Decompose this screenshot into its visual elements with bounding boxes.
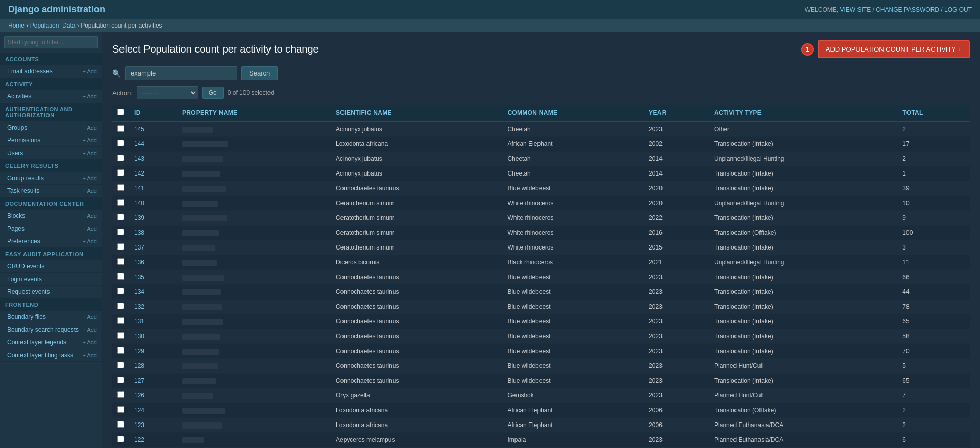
- view-site-link[interactable]: VIEW SITE: [840, 6, 871, 13]
- row-checkbox[interactable]: [117, 199, 124, 206]
- breadcrumb-home[interactable]: Home: [8, 22, 24, 29]
- sidebar-item-link[interactable]: Context layer legends: [7, 339, 66, 346]
- scientific-name: Ceratotherium simum: [331, 240, 502, 255]
- row-id-link[interactable]: 139: [134, 214, 144, 221]
- sidebar-item-link[interactable]: Groups: [7, 124, 27, 131]
- activity-type: Translocation (Intake): [709, 314, 897, 329]
- row-checkbox[interactable]: [117, 421, 124, 428]
- row-checkbox[interactable]: [117, 169, 124, 176]
- row-checkbox[interactable]: [117, 303, 124, 309]
- row-checkbox[interactable]: [117, 243, 124, 250]
- sidebar-item-link[interactable]: Blocks: [7, 212, 25, 219]
- row-checkbox[interactable]: [117, 125, 124, 132]
- sidebar-filter-input[interactable]: [4, 36, 98, 48]
- sidebar-add-link[interactable]: + Add: [83, 93, 97, 99]
- row-id-link[interactable]: 136: [134, 259, 144, 266]
- row-checkbox[interactable]: [117, 214, 124, 220]
- sidebar-item-link[interactable]: Group results: [7, 175, 44, 182]
- sidebar-item-link[interactable]: Request events: [7, 288, 50, 295]
- row-checkbox[interactable]: [117, 362, 124, 368]
- common-name: Blue wildebeest: [502, 270, 644, 285]
- row-id-link[interactable]: 134: [134, 288, 144, 295]
- row-id-link[interactable]: 132: [134, 303, 144, 310]
- sidebar-add-link[interactable]: + Add: [83, 125, 97, 131]
- row-checkbox[interactable]: [117, 377, 124, 383]
- row-id-link[interactable]: 145: [134, 126, 144, 133]
- sidebar-item-link[interactable]: Activities: [7, 93, 31, 100]
- sidebar-add-link[interactable]: + Add: [83, 150, 97, 156]
- sidebar-add-link[interactable]: + Add: [83, 327, 97, 333]
- row-checkbox[interactable]: [117, 347, 124, 354]
- row-id-link[interactable]: 128: [134, 362, 144, 369]
- row-id-link[interactable]: 126: [134, 392, 144, 399]
- sidebar-item: Email addresses+ Add: [0, 65, 102, 78]
- sidebar-item-link[interactable]: CRUD events: [7, 263, 44, 270]
- row-id-link[interactable]: 124: [134, 407, 144, 414]
- property-blurred: ████████: [182, 156, 223, 162]
- log-out-link[interactable]: LOG OUT: [944, 6, 972, 13]
- sidebar-add-link[interactable]: + Add: [83, 339, 97, 345]
- row-checkbox[interactable]: [117, 155, 124, 161]
- row-id-link[interactable]: 127: [134, 377, 144, 384]
- row-checkbox[interactable]: [117, 391, 124, 398]
- property-blurred: ████████: [182, 127, 213, 133]
- change-password-link[interactable]: CHANGE PASSWORD: [876, 6, 939, 13]
- row-id-link[interactable]: 129: [134, 347, 144, 355]
- row-checkbox[interactable]: [117, 288, 124, 294]
- sidebar-add-link[interactable]: + Add: [83, 352, 97, 358]
- row-checkbox[interactable]: [117, 317, 124, 324]
- site-title: Django administration: [8, 4, 105, 15]
- sidebar-item-link[interactable]: Boundary files: [7, 313, 46, 320]
- sidebar-add-link[interactable]: + Add: [83, 238, 97, 244]
- row-id-link[interactable]: 131: [134, 318, 144, 325]
- search-button[interactable]: Search: [241, 66, 278, 80]
- row-id-link[interactable]: 137: [134, 244, 144, 251]
- sidebar-item-link[interactable]: Task results: [7, 187, 39, 194]
- sidebar-add-link[interactable]: + Add: [83, 175, 97, 181]
- sidebar-add-link[interactable]: + Add: [83, 226, 97, 232]
- row-checkbox[interactable]: [117, 273, 124, 280]
- row-id-link[interactable]: 122: [134, 436, 144, 443]
- sidebar-item-link[interactable]: Context layer tiling tasks: [7, 352, 74, 359]
- row-id-link[interactable]: 138: [134, 229, 144, 236]
- sidebar-item-link[interactable]: Permissions: [7, 137, 40, 144]
- add-population-button[interactable]: ADD POPULATION COUNT PER ACTIVITY +: [818, 40, 970, 58]
- row-id-link[interactable]: 141: [134, 185, 144, 192]
- sidebar-item-link[interactable]: Pages: [7, 225, 24, 232]
- row-checkbox[interactable]: [117, 140, 124, 146]
- sidebar-item: Users+ Add: [0, 147, 102, 160]
- row-checkbox[interactable]: [117, 436, 124, 442]
- sidebar-item-link[interactable]: Users: [7, 150, 23, 157]
- sidebar-item: Blocks+ Add: [0, 210, 102, 222]
- row-id-link[interactable]: 144: [134, 140, 144, 147]
- total: 17: [897, 137, 970, 152]
- sidebar-add-link[interactable]: + Add: [83, 213, 97, 219]
- sidebar-add-link[interactable]: + Add: [83, 68, 97, 74]
- common-name: Cheetah: [502, 152, 644, 166]
- table-row: 144████████Loxodonta africanaAfrican Ele…: [112, 137, 970, 152]
- sidebar-item-link[interactable]: Boundary search requests: [7, 326, 79, 333]
- sidebar-item-link[interactable]: Email addresses: [7, 68, 53, 75]
- row-id-link[interactable]: 130: [134, 333, 144, 340]
- row-id-link[interactable]: 142: [134, 170, 144, 177]
- sidebar-add-link[interactable]: + Add: [83, 137, 97, 143]
- row-checkbox[interactable]: [117, 229, 124, 235]
- common-name: Blue wildebeest: [502, 314, 644, 329]
- breadcrumb-population-data[interactable]: Population_Data: [30, 22, 76, 29]
- sidebar-item-link[interactable]: Login events: [7, 276, 42, 283]
- row-id-link[interactable]: 143: [134, 155, 144, 162]
- row-id-link[interactable]: 135: [134, 273, 144, 281]
- sidebar-add-link[interactable]: + Add: [83, 188, 97, 194]
- row-id-link[interactable]: 140: [134, 200, 144, 207]
- select-all-checkbox[interactable]: [117, 109, 124, 115]
- row-checkbox[interactable]: [117, 332, 124, 339]
- row-id-link[interactable]: 123: [134, 421, 144, 429]
- sidebar-add-link[interactable]: + Add: [83, 314, 97, 320]
- go-button[interactable]: Go: [202, 87, 224, 99]
- row-checkbox[interactable]: [117, 184, 124, 191]
- action-select[interactable]: --------: [137, 86, 198, 99]
- row-checkbox[interactable]: [117, 406, 124, 413]
- search-input[interactable]: [125, 66, 237, 80]
- row-checkbox[interactable]: [117, 258, 124, 265]
- sidebar-item-link[interactable]: Preferences: [7, 238, 40, 245]
